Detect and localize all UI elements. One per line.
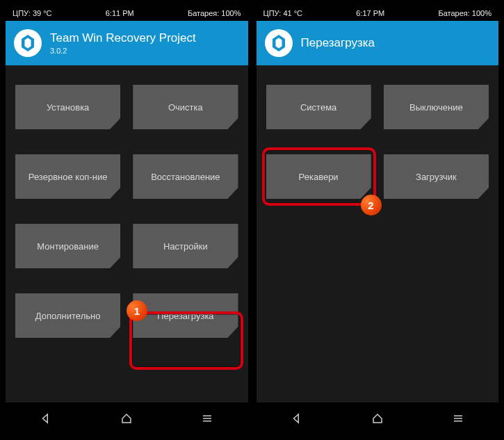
header-subtitle: 3.0.2 (50, 47, 196, 55)
nav-back-icon[interactable] (273, 408, 321, 429)
reboot-recovery-button[interactable]: Рекавери (266, 154, 371, 199)
callout-badge: 2 (361, 195, 382, 215)
header: Team Win Recovery Project 3.0.2 (6, 21, 248, 65)
header: Перезагрузка (257, 21, 499, 65)
install-button[interactable]: Установка (15, 85, 120, 129)
statusbar: ЦПУ: 39 °C 6:11 PM Батарея: 100% (6, 6, 248, 21)
phone-right: ЦПУ: 41 °C 6:17 PM Батарея: 100% Перезаг… (257, 6, 499, 434)
main-menu-grid: Установка Очистка Резервное коп-ние Восс… (6, 65, 248, 402)
reboot-menu-grid: Система Выключение Рекавери Загрузчик (257, 65, 499, 402)
poweroff-button[interactable]: Выключение (384, 85, 489, 129)
statusbar-time: 6:11 PM (106, 9, 134, 17)
nav-back-icon[interactable] (22, 408, 70, 429)
navbar (6, 402, 248, 434)
mount-button[interactable]: Монтирование (15, 224, 120, 268)
wipe-button[interactable]: Очистка (133, 85, 238, 129)
advanced-button[interactable]: Дополнительно (15, 293, 120, 338)
reboot-bootloader-button[interactable]: Загрузчик (384, 154, 489, 199)
statusbar-time: 6:17 PM (356, 9, 384, 17)
nav-recent-icon[interactable] (183, 408, 231, 429)
statusbar: ЦПУ: 41 °C 6:17 PM Батарея: 100% (257, 6, 499, 21)
backup-button[interactable]: Резервное коп-ние (15, 154, 120, 199)
header-title: Team Win Recovery Project (50, 31, 196, 45)
nav-home-icon[interactable] (353, 408, 402, 429)
navbar (257, 402, 499, 434)
statusbar-battery: Батарея: 100% (438, 9, 491, 17)
callout-badge: 1 (127, 300, 147, 321)
statusbar-cpu: ЦПУ: 39 °C (13, 9, 52, 17)
phone-left: ЦПУ: 39 °C 6:11 PM Батарея: 100% Team Wi… (6, 6, 248, 434)
restore-button[interactable]: Восстановление (133, 154, 238, 199)
statusbar-battery: Батарея: 100% (188, 9, 241, 17)
header-title: Перезагрузка (301, 36, 375, 50)
twrp-logo-icon (265, 29, 293, 57)
reboot-button[interactable]: Перезагрузка (133, 293, 238, 338)
settings-button[interactable]: Настройки (133, 224, 238, 268)
reboot-system-button[interactable]: Система (266, 85, 371, 129)
nav-recent-icon[interactable] (434, 408, 482, 429)
nav-home-icon[interactable] (102, 408, 151, 429)
twrp-logo-icon (14, 29, 42, 57)
statusbar-cpu: ЦПУ: 41 °C (263, 9, 303, 17)
